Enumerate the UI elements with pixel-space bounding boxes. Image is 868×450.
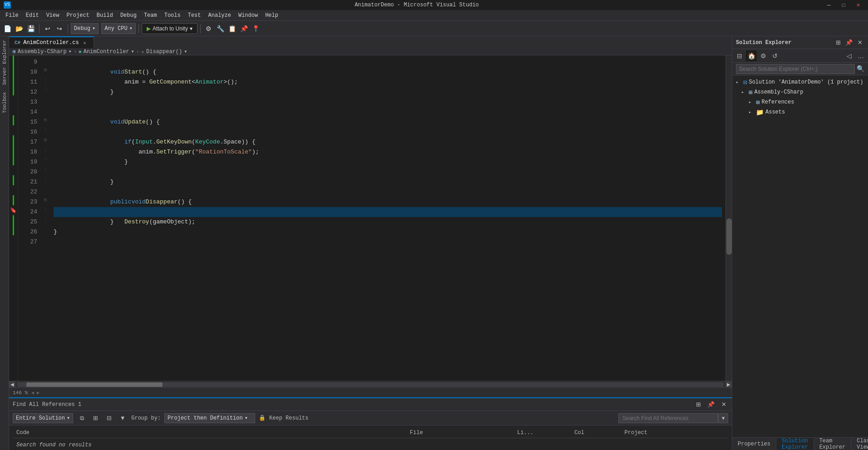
fold-14	[41, 105, 50, 115]
toolbox-tab[interactable]: Toolbox	[1, 89, 8, 117]
close-button[interactable]: ✕	[852, 1, 864, 9]
menu-file[interactable]: File	[2, 10, 22, 21]
breadcrumb-member[interactable]: ⬦ Disappear() ▾	[141, 48, 187, 55]
toolbar-btn-4[interactable]: 📌	[239, 23, 250, 34]
gutter-13	[9, 95, 18, 105]
code-content[interactable]: void Start() { anim = GetComponent<Anima…	[50, 55, 725, 381]
toolbar-btn-5[interactable]: 📍	[251, 23, 261, 34]
tab-close-animcontroller[interactable]: ✕	[82, 40, 88, 46]
code-line-10: void Start() {	[54, 67, 722, 77]
se-refs-arrow: ▸	[749, 99, 754, 105]
no-results-message: Search found no results	[13, 438, 728, 450]
right-tab-team-explorer[interactable]: Team Explorer	[814, 438, 852, 450]
find-panel-pin-btn[interactable]: 📌	[706, 400, 715, 409]
gutter-18	[9, 145, 18, 155]
fold-15[interactable]: ⊟	[41, 115, 50, 125]
zoom-indicator[interactable]: 146 %	[13, 390, 28, 396]
horizontal-scroll-area[interactable]: ◀ ▶	[9, 381, 732, 387]
se-references-item[interactable]: ▸ ⊞ References	[732, 97, 868, 107]
breadcrumb-assembly[interactable]: ⊞ Assembly-CSharp ▾	[13, 48, 72, 55]
new-project-btn[interactable]: 📄	[2, 23, 13, 34]
se-float-btn[interactable]: ⊞	[833, 38, 843, 47]
se-project-item[interactable]: ▸ ⊞ Assembly-CSharp	[732, 87, 868, 97]
col-col[interactable]: Col	[571, 427, 621, 438]
breadcrumb-class[interactable]: ◈ AnimController ▾	[79, 48, 134, 55]
toolbar-btn-1[interactable]: ⚙	[203, 23, 214, 34]
right-tab-solution-explorer[interactable]: Solution Explorer	[776, 438, 814, 450]
se-refresh-btn[interactable]: ↺	[769, 50, 780, 61]
right-tab-properties[interactable]: Properties	[732, 438, 776, 450]
scroll-right-btn[interactable]: ▶	[725, 381, 732, 388]
undo-btn[interactable]: ↩	[42, 23, 53, 34]
menu-project[interactable]: Project	[63, 10, 93, 21]
open-file-btn[interactable]: 📂	[14, 23, 25, 34]
h-scroll-track[interactable]	[17, 382, 724, 387]
breadcrumb-class-icon: ◈	[79, 49, 82, 54]
v-scroll-thumb[interactable]	[726, 218, 732, 255]
save-btn[interactable]: 💾	[25, 23, 36, 34]
toolbar-btn-2[interactable]: 🔧	[215, 23, 226, 34]
editor-tab-animcontroller[interactable]: C# AnimController.cs ✕	[9, 36, 94, 48]
col-file[interactable]: File	[406, 427, 513, 438]
menu-tools[interactable]: Tools	[161, 10, 184, 21]
menu-help[interactable]: Help	[261, 10, 282, 21]
code-editor[interactable]: 🔖 9 10 11 12 13 14 15 16 17	[9, 55, 732, 397]
find-collapse-btn[interactable]: ⊟	[104, 413, 114, 423]
attach-to-unity-button[interactable]: ▶ Attach to Unity ▾	[142, 23, 197, 34]
fold-25: └	[41, 215, 50, 225]
se-solution-item[interactable]: ▸ ⊟ Solution 'AnimatorDemo' (1 project)	[732, 77, 868, 87]
se-pin-btn[interactable]: 📌	[844, 38, 853, 47]
scroll-left-btn[interactable]: ◀	[9, 381, 15, 388]
find-copy-btn[interactable]: ⧉	[77, 413, 87, 423]
find-search-btn[interactable]: ▾	[718, 413, 728, 423]
redo-btn[interactable]: ↪	[54, 23, 65, 34]
fold-10[interactable]: ⊟	[41, 65, 50, 75]
se-close-btn[interactable]: ✕	[855, 38, 864, 47]
fold-17[interactable]: ⊟	[41, 135, 50, 145]
find-scope-dropdown[interactable]: Entire Solution ▾	[13, 413, 73, 423]
right-tab-class-view[interactable]: Class View	[851, 438, 868, 450]
code-line-16	[54, 127, 722, 137]
code-line-27	[54, 237, 722, 247]
find-filter-btn[interactable]: ▼	[118, 413, 128, 423]
menu-bar: File Edit View Project Build Debug Team …	[0, 10, 868, 21]
fold-23[interactable]: ⊟	[41, 195, 50, 205]
find-expand-btn[interactable]: ⊞	[90, 413, 100, 423]
menu-build[interactable]: Build	[93, 10, 117, 21]
find-search-input[interactable]	[618, 413, 718, 423]
maximize-button[interactable]: □	[837, 1, 850, 9]
se-collapse-btn[interactable]: ⊟	[734, 50, 745, 61]
menu-analyze[interactable]: Analyze	[205, 10, 235, 21]
menu-test[interactable]: Test	[184, 10, 205, 21]
breadcrumb-member-icon: ⬦	[141, 49, 144, 54]
menu-debug[interactable]: Debug	[117, 10, 140, 21]
keep-results-label[interactable]: Keep Results	[269, 415, 308, 421]
col-line[interactable]: Li...	[513, 427, 571, 438]
toolbar-btn-3[interactable]: 📋	[227, 23, 238, 34]
debug-config-dropdown[interactable]: Debug ▾	[71, 23, 99, 34]
gutter-25	[9, 215, 18, 225]
toolbar: 📄 📂 💾 ↩ ↪ Debug ▾ Any CPU ▾ ▶ Attach to …	[0, 21, 868, 36]
col-code[interactable]: Code	[13, 427, 406, 438]
menu-team[interactable]: Team	[140, 10, 161, 21]
cpu-config-dropdown[interactable]: Any CPU ▾	[101, 23, 136, 34]
group-by-dropdown[interactable]: Project then Definition ▾	[164, 413, 255, 423]
h-scroll-thumb[interactable]	[26, 382, 163, 387]
se-settings-btn[interactable]: ⚙	[758, 50, 769, 61]
menu-window[interactable]: Window	[235, 10, 261, 21]
se-search-input[interactable]	[736, 64, 855, 74]
menu-edit[interactable]: Edit	[22, 10, 43, 21]
se-expand-btn[interactable]: ◁	[843, 50, 854, 61]
se-more-btn[interactable]: …	[855, 50, 866, 61]
vertical-scrollbar[interactable]	[725, 55, 732, 381]
se-assets-item[interactable]: ▸ 📁 Assets	[732, 107, 868, 117]
fold-13	[41, 95, 50, 105]
menu-view[interactable]: View	[43, 10, 63, 21]
col-project[interactable]: Project	[621, 427, 728, 438]
minimize-button[interactable]: ─	[823, 1, 835, 9]
find-panel-close-btn[interactable]: ✕	[719, 400, 728, 409]
se-home-btn[interactable]: 🏠	[746, 50, 757, 61]
server-explorer-tab[interactable]: Server Explorer	[1, 36, 8, 89]
find-panel-float-btn[interactable]: ⊞	[694, 400, 703, 409]
code-line-15: void Update() {	[54, 117, 722, 127]
